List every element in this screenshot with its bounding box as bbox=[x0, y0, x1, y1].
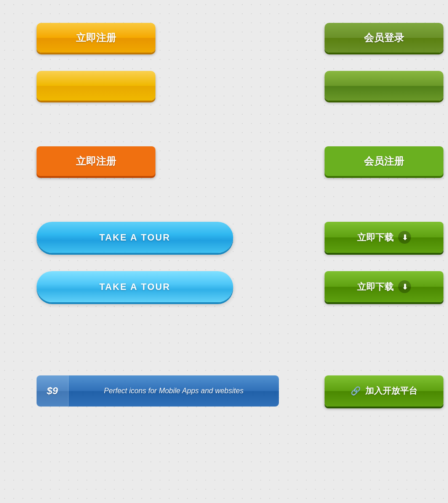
green-flat-button[interactable] bbox=[325, 71, 443, 101]
download-icon-1: ⬇ bbox=[398, 231, 411, 244]
pricing-text: Perfect icons for Mobile Apps and websit… bbox=[69, 375, 279, 407]
register-button-1[interactable]: 立即注册 bbox=[37, 23, 155, 53]
pricing-button[interactable]: $9 Perfect icons for Mobile Apps and web… bbox=[37, 375, 279, 407]
member-register-button[interactable]: 会员注册 bbox=[325, 146, 443, 176]
download-button-2[interactable]: 立即下载 ⬇ bbox=[325, 271, 443, 302]
download-icon-2: ⬇ bbox=[398, 280, 411, 293]
orange-flat-button[interactable] bbox=[37, 71, 155, 101]
take-a-tour-button-2[interactable]: TAKE A TOUR bbox=[37, 271, 233, 302]
link-icon: 🔗 bbox=[351, 386, 361, 396]
open-platform-button[interactable]: 🔗 加入开放平台 bbox=[325, 375, 443, 407]
price-label: $9 bbox=[37, 375, 69, 407]
login-button[interactable]: 会员登录 bbox=[325, 23, 443, 53]
download-button-1[interactable]: 立即下载 ⬇ bbox=[325, 222, 443, 253]
register-button-2[interactable]: 立即注册 bbox=[37, 146, 155, 176]
take-a-tour-button-1[interactable]: TAKE A TOUR bbox=[37, 222, 233, 253]
